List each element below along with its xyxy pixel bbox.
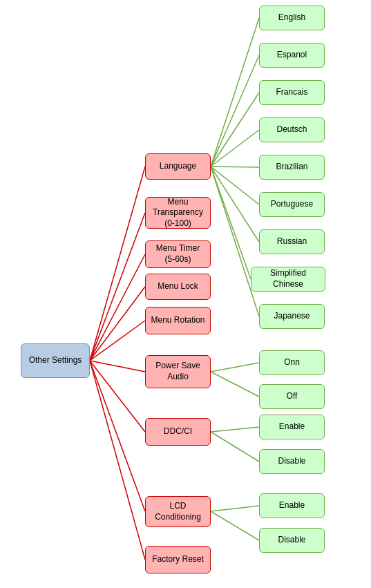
svg-line-1 — [90, 213, 145, 361]
ddc-enable-label: Enable — [279, 421, 305, 433]
russian-node[interactable]: Russian — [259, 229, 325, 254]
english-label: English — [278, 12, 305, 23]
ddc-disable-label: Disable — [278, 456, 305, 467]
off-label: Off — [287, 391, 298, 402]
language-label: Language — [160, 161, 196, 172]
svg-line-20 — [211, 427, 259, 432]
lcd-conditioning-label: LCD Conditioning — [150, 501, 206, 522]
svg-line-18 — [211, 363, 259, 372]
menu-timer-label: Menu Timer (5-60s) — [150, 243, 206, 265]
svg-line-6 — [90, 361, 145, 432]
power-save-audio-label: Power Save Audio — [150, 361, 206, 382]
ddc-disable-node[interactable]: Disable — [259, 449, 325, 474]
menu-lock-node[interactable]: Menu Lock — [145, 274, 211, 300]
factory-reset-node[interactable]: Factory Reset — [145, 546, 211, 573]
language-node[interactable]: Language — [145, 153, 211, 180]
factory-reset-label: Factory Reset — [152, 554, 204, 565]
svg-line-12 — [211, 130, 259, 167]
brazilian-node[interactable]: Brazilian — [259, 155, 325, 180]
svg-line-15 — [211, 167, 259, 242]
onn-label: Onn — [284, 357, 300, 368]
ddc-enable-node[interactable]: Enable — [259, 415, 325, 439]
svg-line-2 — [90, 254, 145, 361]
svg-line-3 — [90, 287, 145, 361]
svg-line-4 — [90, 321, 145, 361]
svg-line-11 — [211, 93, 259, 167]
deutsch-node[interactable]: Deutsch — [259, 117, 325, 142]
svg-line-21 — [211, 432, 259, 462]
menu-timer-node[interactable]: Menu Timer (5-60s) — [145, 240, 211, 268]
svg-line-13 — [211, 167, 259, 167]
svg-line-17 — [211, 167, 259, 316]
espanol-node[interactable]: Espanol — [259, 43, 325, 68]
svg-line-9 — [211, 18, 259, 167]
lcd-disable-node[interactable]: Disable — [259, 528, 325, 553]
other-settings-label: Other Settings — [29, 355, 82, 366]
menu-lock-label: Menu Lock — [158, 281, 198, 292]
svg-line-14 — [211, 167, 259, 205]
espanol-label: Espanol — [277, 50, 307, 61]
lcd-enable-label: Enable — [279, 500, 305, 511]
svg-line-7 — [90, 361, 145, 511]
svg-line-5 — [90, 361, 145, 372]
onn-node[interactable]: Onn — [259, 350, 325, 375]
menu-transparency-label: Menu Transparency (0-100) — [150, 197, 206, 229]
menu-transparency-node[interactable]: Menu Transparency (0-100) — [145, 197, 211, 229]
svg-line-0 — [90, 167, 145, 361]
lcd-disable-label: Disable — [278, 535, 305, 546]
deutsch-label: Deutsch — [276, 124, 307, 135]
portuguese-label: Portuguese — [271, 199, 313, 210]
francais-label: Francais — [276, 87, 307, 98]
ddc-ci-node[interactable]: DDC/CI — [145, 418, 211, 446]
menu-rotation-label: Menu Rotation — [151, 315, 204, 326]
svg-line-10 — [211, 55, 259, 167]
simplified-chinese-node[interactable]: Simplified Chinese — [251, 267, 325, 292]
svg-line-22 — [211, 506, 259, 511]
portuguese-node[interactable]: Portuguese — [259, 192, 325, 217]
menu-rotation-node[interactable]: Menu Rotation — [145, 307, 211, 334]
svg-line-19 — [211, 372, 259, 397]
japanese-label: Japanese — [274, 311, 310, 322]
svg-line-23 — [211, 511, 259, 540]
off-node[interactable]: Off — [259, 384, 325, 409]
power-save-audio-node[interactable]: Power Save Audio — [145, 355, 211, 388]
brazilian-label: Brazilian — [276, 162, 307, 173]
francais-node[interactable]: Francais — [259, 80, 325, 105]
simplified-chinese-label: Simplified Chinese — [256, 268, 321, 290]
english-node[interactable]: English — [259, 6, 325, 30]
japanese-node[interactable]: Japanese — [259, 304, 325, 329]
lcd-conditioning-node[interactable]: LCD Conditioning — [145, 496, 211, 527]
other-settings-node[interactable]: Other Settings — [21, 343, 90, 378]
svg-line-8 — [90, 361, 145, 560]
ddc-ci-label: DDC/CI — [164, 426, 192, 437]
svg-line-16 — [211, 167, 251, 279]
russian-label: Russian — [277, 236, 307, 247]
lcd-enable-node[interactable]: Enable — [259, 493, 325, 518]
